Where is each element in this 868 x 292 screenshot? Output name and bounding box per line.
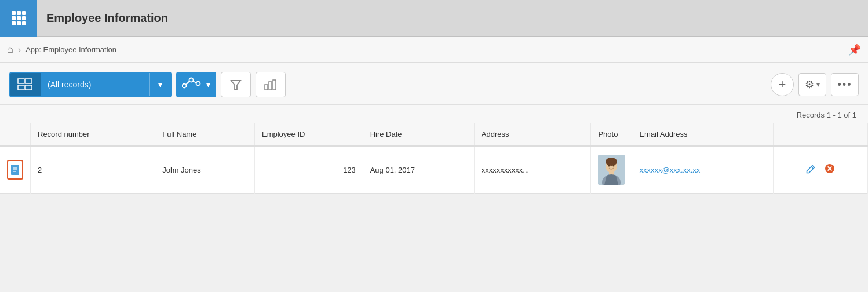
chart-line-icon [182, 76, 203, 90]
person-svg [598, 155, 625, 185]
svg-point-4 [183, 83, 187, 87]
table-header: Record number Full Name Employee ID Hire… [0, 123, 868, 146]
data-table-container: Record number Full Name Employee ID Hire… [0, 123, 868, 194]
svg-point-6 [196, 81, 200, 85]
delete-button[interactable] [821, 161, 838, 179]
chart-dropdown-arrow: ▾ [206, 80, 210, 89]
svg-line-8 [193, 81, 196, 83]
col-header-address[interactable]: Address [474, 123, 591, 146]
grid-view-icon-box [10, 72, 41, 97]
col-header-hire-date[interactable]: Hire Date [363, 123, 474, 146]
svg-rect-10 [265, 85, 268, 90]
cell-photo [591, 146, 632, 194]
col-header-full-name[interactable]: Full Name [155, 123, 255, 146]
col-header-email[interactable]: Email Address [632, 123, 774, 146]
svg-point-22 [608, 165, 610, 167]
app-header: Employee Information [0, 0, 868, 37]
svg-point-23 [613, 165, 615, 167]
row-icon-cell[interactable] [0, 146, 31, 194]
pencil-icon [806, 165, 815, 174]
cell-address: xxxxxxxxxxx... [474, 146, 591, 194]
cell-employee-id: 123 [254, 146, 363, 194]
svg-rect-2 [18, 85, 24, 90]
col-header-employee-id[interactable]: Employee ID [254, 123, 363, 146]
svg-rect-1 [25, 79, 32, 83]
chart-button[interactable]: ▾ [176, 72, 216, 97]
svg-point-5 [189, 78, 194, 82]
svg-rect-3 [25, 85, 32, 90]
cell-email[interactable]: xxxxxx@xxx.xx.xx [632, 146, 774, 194]
person-photo [598, 155, 625, 185]
chevron-down-icon: ▾ [158, 80, 162, 89]
view-label: (All records) [41, 80, 149, 89]
more-icon: ••• [838, 79, 852, 91]
col-header-photo[interactable]: Photo [591, 123, 632, 146]
col-header-actions [774, 123, 868, 146]
table-body: 2 John Jones 123 Aug 01, 2017 xxxxxxxxxx… [0, 146, 868, 194]
gear-button[interactable]: ⚙ ▾ [798, 73, 826, 96]
menu-icon [12, 11, 26, 25]
col-header-record-number[interactable]: Record number [31, 123, 155, 146]
breadcrumb-separator: › [18, 45, 21, 55]
cell-full-name: John Jones [155, 146, 255, 194]
svg-point-19 [606, 158, 617, 166]
view-dropdown-arrow[interactable]: ▾ [149, 72, 170, 97]
add-icon: + [779, 77, 786, 92]
col-header-select [0, 123, 31, 146]
close-circle-icon [825, 163, 835, 174]
gear-icon: ⚙ [805, 78, 814, 91]
svg-rect-11 [269, 82, 272, 90]
filter-button[interactable] [221, 72, 251, 97]
more-options-button[interactable]: ••• [831, 73, 859, 96]
svg-line-24 [811, 166, 814, 169]
email-link[interactable]: xxxxxx@xxx.xx.xx [639, 166, 700, 174]
edit-button[interactable] [803, 162, 819, 178]
home-icon[interactable]: ⌂ [7, 43, 13, 56]
bar-chart-icon [264, 79, 277, 90]
pin-icon[interactable]: 📌 [848, 43, 861, 56]
cell-record-number: 2 [31, 146, 155, 194]
filter-icon [230, 79, 242, 90]
gear-dropdown-arrow: ▾ [816, 81, 820, 89]
add-button[interactable]: + [771, 73, 794, 96]
breadcrumb-bar: ⌂ › App: Employee Information 📌 [0, 37, 868, 63]
svg-line-7 [186, 81, 189, 85]
cell-hire-date: Aug 01, 2017 [363, 146, 474, 194]
toolbar-right: + ⚙ ▾ ••• [771, 73, 859, 96]
grid-view-icon [17, 78, 34, 91]
breadcrumb-path: App: Employee Information [25, 45, 116, 54]
toolbar: (All records) ▾ ▾ [0, 63, 868, 105]
document-icon [10, 163, 20, 176]
cell-actions [774, 146, 868, 194]
svg-rect-12 [273, 80, 276, 90]
header-icon-box[interactable] [0, 0, 37, 37]
page-title: Employee Information [46, 12, 168, 25]
svg-marker-9 [231, 81, 240, 89]
records-count-bar: Records 1 - 1 of 1 [0, 105, 868, 123]
connect-icon [182, 76, 203, 93]
records-count: Records 1 - 1 of 1 [797, 111, 856, 119]
view-selector[interactable]: (All records) ▾ [9, 72, 172, 97]
bar-chart-button[interactable] [256, 72, 286, 97]
svg-rect-0 [18, 79, 24, 83]
table-row: 2 John Jones 123 Aug 01, 2017 xxxxxxxxxx… [0, 146, 868, 194]
data-table: Record number Full Name Employee ID Hire… [0, 123, 868, 194]
